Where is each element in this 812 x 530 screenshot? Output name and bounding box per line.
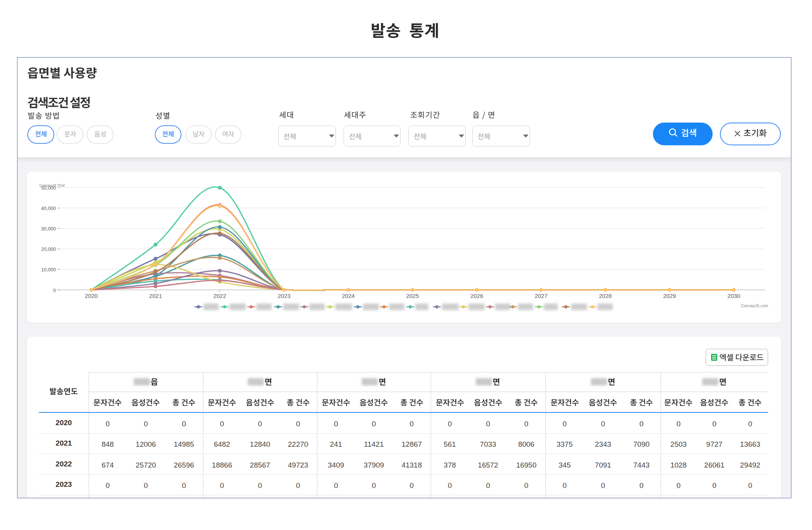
- svg-text:2021: 2021: [149, 293, 162, 299]
- svg-text:2030: 2030: [727, 293, 740, 299]
- svg-text:2025: 2025: [406, 293, 419, 299]
- svg-text:2022: 2022: [213, 293, 226, 299]
- svg-text:2020: 2020: [85, 293, 97, 299]
- svg-text:2029: 2029: [663, 293, 676, 299]
- svg-text:10,000: 10,000: [41, 267, 56, 273]
- svg-text:2023: 2023: [278, 293, 290, 299]
- svg-text:30,000: 30,000: [41, 226, 56, 232]
- svg-text:0: 0: [53, 288, 56, 293]
- svg-text:2027: 2027: [535, 293, 547, 299]
- svg-text:CanvasJS.com: CanvasJS.com: [741, 303, 768, 308]
- svg-text:CanvasJS Trial: CanvasJS Trial: [39, 183, 65, 187]
- svg-text:2024: 2024: [342, 293, 355, 299]
- svg-text:2028: 2028: [599, 293, 612, 299]
- svg-text:40,000: 40,000: [41, 206, 56, 211]
- svg-text:20,000: 20,000: [41, 247, 56, 252]
- svg-text:2026: 2026: [470, 293, 483, 299]
